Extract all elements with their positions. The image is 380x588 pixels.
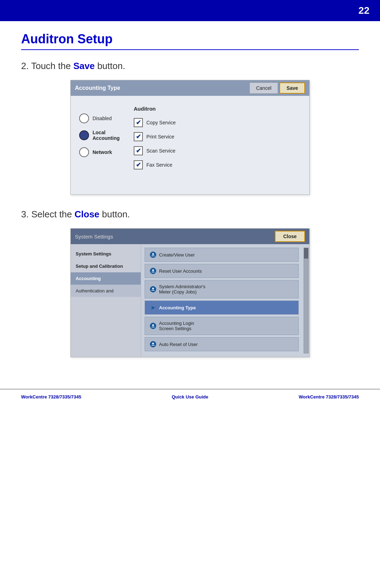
checkbox-scan-service[interactable]: Scan Service (134, 146, 176, 155)
svg-point-2 (152, 288, 154, 290)
scrollbar-track[interactable] (304, 248, 309, 353)
radio-group: Disabled LocalAccounting Network (79, 103, 120, 169)
sidebar-item-accounting[interactable]: Accounting (71, 272, 141, 285)
checkbox-print-label: Print Service (146, 134, 174, 140)
system-sidebar: System Settings Setup and Calibration Ac… (71, 244, 141, 357)
main-content: Auditron Setup 2. Touch the Save button.… (0, 21, 380, 382)
accounting-login-label: Accounting LoginScreen Settings (159, 321, 194, 331)
menu-list: Create/View User Reset User Accounts (145, 248, 306, 351)
menu-item-create-view-user[interactable]: Create/View User (145, 248, 299, 262)
accounting-type-dialog: Accounting Type Cancel Save Disabled Loc… (70, 80, 310, 195)
page-title: Auditron Setup (21, 32, 359, 50)
checkbox-fax-box (134, 160, 143, 169)
menu-item-accounting-type[interactable]: ▶ Accounting Type (145, 301, 299, 315)
accounting-login-icon (150, 323, 156, 329)
dialog1-title: Accounting Type (75, 85, 120, 91)
radio-disabled[interactable]: Disabled (79, 113, 120, 123)
create-view-user-label: Create/View User (159, 252, 195, 258)
svg-point-0 (152, 253, 154, 255)
footer-right: WorkCentre 7328/7335/7345 (299, 394, 359, 400)
dialog2-header: System Settings Close (71, 229, 309, 244)
sidebar-item-authentication[interactable]: Authentication and (71, 285, 141, 297)
dialog2-title: System Settings (75, 234, 113, 240)
top-bar: 22 (0, 0, 380, 21)
checkbox-group: Auditron Copy Service Print Service Scan… (134, 103, 176, 169)
page-number: 22 (359, 5, 369, 16)
checkbox-print-box (134, 132, 143, 141)
close-button[interactable]: Close (275, 231, 305, 242)
radio-circle-disabled (79, 113, 89, 123)
footer: WorkCentre 7328/7335/7345 Quick Use Guid… (0, 389, 380, 404)
save-button[interactable]: Save (279, 82, 305, 94)
menu-item-auto-reset[interactable]: Auto Reset of User (145, 337, 299, 351)
dialog1-buttons: Cancel Save (249, 82, 305, 94)
accounting-type-label: Accounting Type (159, 305, 196, 310)
dialog1-body: Disabled LocalAccounting Network Auditro… (71, 96, 309, 194)
accounting-type-arrow-icon: ▶ (150, 304, 156, 311)
footer-center: Quick Use Guide (172, 394, 208, 400)
checkbox-fax-label: Fax Service (146, 162, 172, 168)
menu-item-accounting-login[interactable]: Accounting LoginScreen Settings (145, 317, 299, 335)
svg-point-4 (152, 343, 154, 345)
system-settings-dialog: System Settings Close System Settings Se… (70, 228, 310, 357)
checkbox-print-service[interactable]: Print Service (134, 132, 176, 141)
auditron-label: Auditron (134, 106, 176, 112)
radio-network[interactable]: Network (79, 147, 120, 157)
checkbox-copy-service[interactable]: Copy Service (134, 118, 176, 127)
checkbox-fax-service[interactable]: Fax Service (134, 160, 176, 169)
radio-circle-network (79, 147, 89, 157)
step2-heading: 2. Touch the Save button. (21, 61, 359, 72)
radio-local-accounting[interactable]: LocalAccounting (79, 130, 120, 141)
radio-label-network: Network (93, 149, 112, 155)
radio-label-disabled: Disabled (93, 116, 112, 121)
checkbox-scan-box (134, 146, 143, 155)
checkbox-copy-label: Copy Service (146, 120, 176, 125)
radio-label-local: LocalAccounting (93, 130, 120, 141)
checkbox-scan-label: Scan Service (146, 148, 175, 154)
sidebar-item-setup-calibration[interactable]: Setup and Calibration (71, 260, 141, 272)
accounting-section: Disabled LocalAccounting Network Auditro… (79, 103, 301, 169)
step3-heading: 3. Select the Close button. (21, 209, 359, 220)
menu-item-reset-user-accounts[interactable]: Reset User Accounts (145, 264, 299, 278)
auto-reset-icon (150, 341, 156, 347)
menu-item-sys-admin-meter[interactable]: System Administrator'sMeter (Copy Jobs) (145, 280, 299, 298)
reset-user-accounts-label: Reset User Accounts (159, 268, 202, 274)
sys-admin-meter-label: System Administrator'sMeter (Copy Jobs) (159, 284, 205, 295)
dialog2-body: System Settings Setup and Calibration Ac… (71, 244, 309, 357)
auto-reset-label: Auto Reset of User (159, 342, 198, 347)
dialog1-header: Accounting Type Cancel Save (71, 80, 309, 96)
system-main-area: Create/View User Reset User Accounts (141, 244, 309, 357)
scrollbar-thumb[interactable] (304, 248, 308, 259)
sys-admin-meter-icon (150, 286, 156, 292)
cancel-button[interactable]: Cancel (249, 82, 278, 94)
svg-point-1 (152, 270, 154, 271)
radio-circle-local (79, 130, 89, 140)
create-view-user-icon (150, 252, 156, 258)
footer-left: WorkCentre 7328/7335/7345 (21, 394, 81, 400)
reset-user-accounts-icon (150, 268, 156, 274)
sidebar-item-system-settings[interactable]: System Settings (71, 248, 141, 260)
checkbox-copy-box (134, 118, 143, 127)
svg-point-3 (152, 324, 154, 326)
